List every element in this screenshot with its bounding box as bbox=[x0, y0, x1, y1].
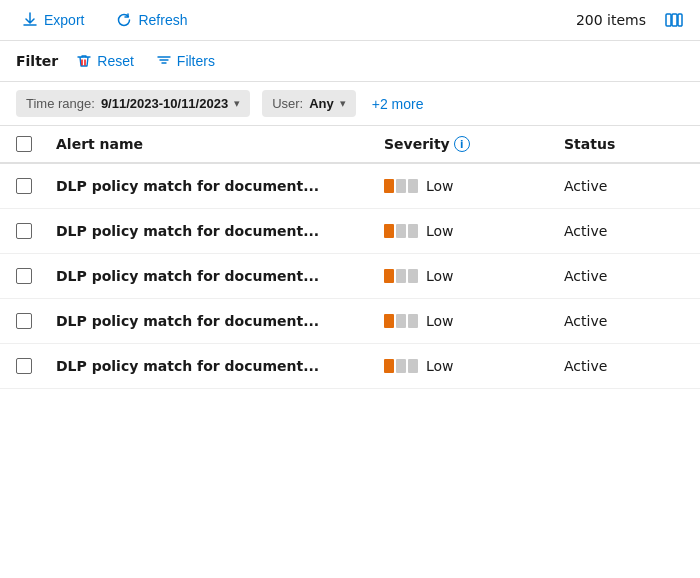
severity-cell-1: Low bbox=[384, 223, 564, 239]
user-label: User: bbox=[272, 96, 303, 111]
time-range-dropdown[interactable]: Time range: 9/11/2023-10/11/2023 ▾ bbox=[16, 90, 250, 117]
filter-label: Filter bbox=[16, 53, 58, 69]
severity-bar-2-4 bbox=[396, 359, 406, 373]
severity-cell-2: Low bbox=[384, 268, 564, 284]
user-dropdown[interactable]: User: Any ▾ bbox=[262, 90, 356, 117]
table-row[interactable]: DLP policy match for document... Low Act… bbox=[0, 254, 700, 299]
alert-name-1: DLP policy match for document... bbox=[56, 223, 384, 239]
severity-bars-3 bbox=[384, 314, 418, 328]
time-range-caret-icon: ▾ bbox=[234, 97, 240, 110]
reset-button[interactable]: Reset bbox=[72, 51, 138, 71]
severity-cell-4: Low bbox=[384, 358, 564, 374]
table-header: Alert name Severity i Status bbox=[0, 126, 700, 164]
table: Alert name Severity i Status DLP policy … bbox=[0, 126, 700, 389]
severity-text-3: Low bbox=[426, 313, 454, 329]
row-checkbox-cell bbox=[16, 178, 56, 194]
row-checkbox-2[interactable] bbox=[16, 268, 32, 284]
severity-bar-3-1 bbox=[408, 224, 418, 238]
severity-cell-0: Low bbox=[384, 178, 564, 194]
alert-name-0: DLP policy match for document... bbox=[56, 178, 384, 194]
table-body: DLP policy match for document... Low Act… bbox=[0, 164, 700, 389]
filters-button[interactable]: Filters bbox=[152, 51, 219, 71]
row-checkbox-0[interactable] bbox=[16, 178, 32, 194]
alert-name-4: DLP policy match for document... bbox=[56, 358, 384, 374]
table-row[interactable]: DLP policy match for document... Low Act… bbox=[0, 344, 700, 389]
row-checkbox-4[interactable] bbox=[16, 358, 32, 374]
row-checkbox-cell bbox=[16, 268, 56, 284]
severity-bar-3-4 bbox=[408, 359, 418, 373]
export-button[interactable]: Export bbox=[16, 8, 90, 32]
col-header-severity: Severity i bbox=[384, 136, 564, 152]
filter-dropdowns: Time range: 9/11/2023-10/11/2023 ▾ User:… bbox=[0, 82, 700, 126]
toolbar-left: Export Refresh bbox=[16, 8, 194, 32]
severity-bar-2-3 bbox=[396, 314, 406, 328]
table-row[interactable]: DLP policy match for document... Low Act… bbox=[0, 299, 700, 344]
svg-rect-0 bbox=[666, 14, 671, 26]
more-filters-button[interactable]: +2 more bbox=[368, 92, 428, 116]
reset-filter-icon bbox=[76, 53, 92, 69]
refresh-button[interactable]: Refresh bbox=[110, 8, 193, 32]
svg-rect-1 bbox=[672, 14, 677, 26]
severity-info-icon[interactable]: i bbox=[454, 136, 470, 152]
status-cell-4: Active bbox=[564, 358, 684, 374]
user-value: Any bbox=[309, 96, 334, 111]
row-checkbox-1[interactable] bbox=[16, 223, 32, 239]
svg-rect-2 bbox=[678, 14, 682, 26]
column-settings-icon[interactable] bbox=[664, 10, 684, 30]
status-cell-1: Active bbox=[564, 223, 684, 239]
toolbar-right: 200 items bbox=[576, 10, 684, 30]
row-checkbox-cell bbox=[16, 313, 56, 329]
severity-text-1: Low bbox=[426, 223, 454, 239]
alert-name-3: DLP policy match for document... bbox=[56, 313, 384, 329]
severity-text-2: Low bbox=[426, 268, 454, 284]
severity-bar-1-2 bbox=[384, 269, 394, 283]
filter-bar: Filter Reset Filters bbox=[0, 41, 700, 82]
user-caret-icon: ▾ bbox=[340, 97, 346, 110]
severity-cell-3: Low bbox=[384, 313, 564, 329]
severity-text-0: Low bbox=[426, 178, 454, 194]
status-cell-2: Active bbox=[564, 268, 684, 284]
items-count: 200 items bbox=[576, 12, 646, 28]
severity-bar-1-0 bbox=[384, 179, 394, 193]
col-header-alert: Alert name bbox=[56, 136, 384, 152]
status-cell-3: Active bbox=[564, 313, 684, 329]
severity-bar-1-1 bbox=[384, 224, 394, 238]
severity-bar-3-0 bbox=[408, 179, 418, 193]
severity-bar-1-4 bbox=[384, 359, 394, 373]
alert-name-2: DLP policy match for document... bbox=[56, 268, 384, 284]
col-header-status: Status bbox=[564, 136, 684, 152]
table-row[interactable]: DLP policy match for document... Low Act… bbox=[0, 164, 700, 209]
row-checkbox-cell bbox=[16, 358, 56, 374]
toolbar: Export Refresh 200 items bbox=[0, 0, 700, 41]
time-range-label: Time range: bbox=[26, 96, 95, 111]
row-checkbox-3[interactable] bbox=[16, 313, 32, 329]
severity-bar-2-2 bbox=[396, 269, 406, 283]
severity-bars-4 bbox=[384, 359, 418, 373]
refresh-icon bbox=[116, 12, 132, 28]
severity-text-4: Low bbox=[426, 358, 454, 374]
row-checkbox-cell bbox=[16, 223, 56, 239]
status-cell-0: Active bbox=[564, 178, 684, 194]
table-row[interactable]: DLP policy match for document... Low Act… bbox=[0, 209, 700, 254]
severity-bars-0 bbox=[384, 179, 418, 193]
time-range-value: 9/11/2023-10/11/2023 bbox=[101, 96, 228, 111]
filter-icon bbox=[156, 53, 172, 69]
severity-bar-1-3 bbox=[384, 314, 394, 328]
severity-bar-2-0 bbox=[396, 179, 406, 193]
export-icon bbox=[22, 12, 38, 28]
severity-bars-1 bbox=[384, 224, 418, 238]
severity-bar-2-1 bbox=[396, 224, 406, 238]
select-all-checkbox[interactable] bbox=[16, 136, 32, 152]
severity-bars-2 bbox=[384, 269, 418, 283]
severity-bar-3-2 bbox=[408, 269, 418, 283]
header-checkbox-cell bbox=[16, 136, 56, 152]
severity-bar-3-3 bbox=[408, 314, 418, 328]
